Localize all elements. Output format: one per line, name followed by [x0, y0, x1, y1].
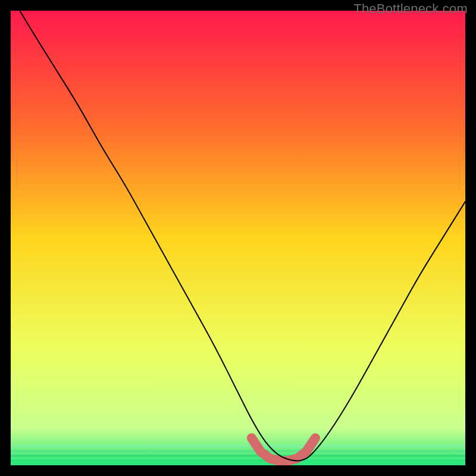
watermark-text: TheBottleneck.com: [353, 1, 468, 17]
gradient-background: [11, 11, 465, 465]
bottom-stripe: [11, 459, 465, 462]
chart-frame: TheBottleneck.com: [0, 0, 476, 476]
bottom-stripe: [11, 450, 465, 452]
plot-area: [11, 11, 465, 465]
bottom-stripe: [11, 445, 465, 447]
chart-svg: [11, 11, 465, 465]
bottom-stripe: [11, 455, 465, 457]
